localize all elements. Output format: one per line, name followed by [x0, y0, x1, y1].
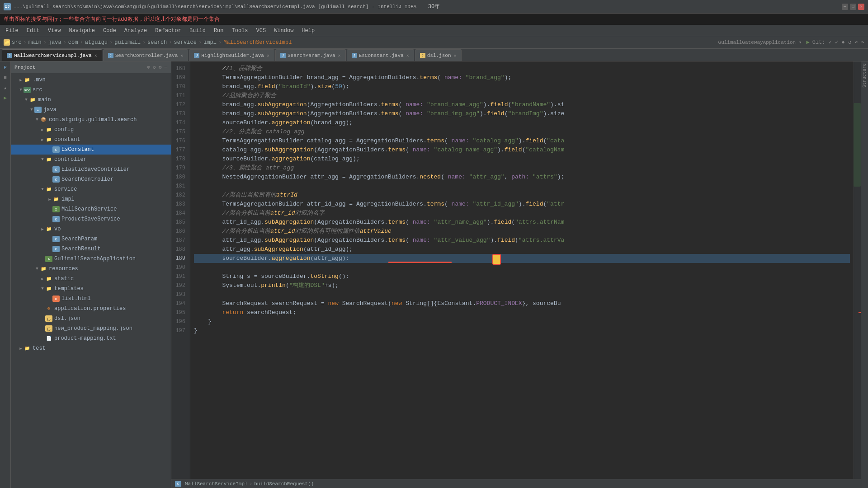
title-text: ...\gulimall-search\src\main\java\com\at… [14, 4, 416, 9]
tree-item-pkg-root[interactable]: ▼ 📦 com.atguigu.gulimall.search [11, 115, 171, 125]
folder-icon: 📁 [45, 276, 52, 282]
tree-item-templates[interactable]: ▼ 📁 templates [11, 284, 171, 294]
tree-item-static[interactable]: ▶ 📁 static [11, 274, 171, 284]
menu-vcs[interactable]: VCS [253, 27, 270, 35]
minimize-button[interactable]: ─ [842, 4, 848, 10]
bc-src[interactable]: src [12, 39, 22, 46]
sidebar-project-icon[interactable]: P [1, 63, 10, 72]
tab-close-2[interactable]: ✕ [267, 53, 269, 58]
code-line-183: TermsAggregationBuilder attr_id_agg = Ag… [194, 200, 850, 209]
menu-build[interactable]: Build [186, 27, 209, 35]
tree-item-npmjson[interactable]: {} new_product_mapping.json [11, 324, 171, 333]
tree-item-listhtml[interactable]: H list.html [11, 294, 171, 304]
menu-refactor[interactable]: Refactor [151, 27, 185, 35]
tree-item-appprops[interactable]: ⚙ application.properties [11, 304, 171, 314]
tree-item-main[interactable]: ▼ 📁 main [11, 95, 171, 105]
bc-service[interactable]: service [174, 39, 197, 46]
right-sidebar-label[interactable]: Structure [862, 63, 867, 88]
menu-window[interactable]: Window [270, 27, 297, 35]
highlight-box [492, 254, 501, 265]
tree-label: ProductSaveService [61, 216, 120, 222]
txt-icon: 📄 [45, 335, 52, 342]
tree-item-searchctrl[interactable]: C SearchController [11, 174, 171, 184]
arrow-icon: ▼ [29, 108, 34, 112]
menu-code[interactable]: Code [99, 27, 120, 35]
tab-close-5[interactable]: ✕ [454, 53, 457, 58]
tab-searchparam[interactable]: J SearchParam.java ✕ [275, 49, 346, 61]
bc-java[interactable]: java [48, 39, 61, 46]
tree-item-mallsearchsvc[interactable]: I MallSearchService [11, 204, 171, 214]
arrow-icon: ▶ [40, 227, 45, 232]
springapp-icon: A [45, 256, 52, 262]
right-gutter[interactable] [854, 61, 861, 479]
panel-icon-collapse[interactable]: — [164, 64, 167, 70]
menu-file[interactable]: File [2, 27, 22, 35]
arrow-icon: ▶ [47, 197, 52, 202]
menu-help[interactable]: Help [298, 27, 318, 35]
tree-item-productsave[interactable]: C ProductSaveService [11, 214, 171, 224]
bc-buildsearch[interactable]: buildSearchRequest() [254, 481, 314, 487]
menu-view[interactable]: View [44, 27, 65, 35]
sidebar-bookmark-icon[interactable]: ★ [1, 83, 10, 92]
bc-gulimall[interactable]: gulimall [114, 39, 141, 46]
tab-close-3[interactable]: ✕ [338, 53, 341, 58]
tab-close-4[interactable]: ✕ [406, 53, 409, 58]
tree-item-searchparam[interactable]: C SearchParam [11, 234, 171, 244]
code-line-171: //品牌聚合的子聚合 [194, 91, 850, 100]
tree-item-esconstant[interactable]: C EsConstant [11, 145, 171, 155]
bc-com[interactable]: com [68, 39, 78, 46]
tab-json-icon: J [420, 53, 425, 58]
tab-close-1[interactable]: ✕ [180, 53, 183, 58]
tab-highlightbuilder[interactable]: J HighlightBuilder.java ✕ [189, 49, 274, 61]
code-area[interactable]: //1、品牌聚合 TermsAggregationBuilder brand_a… [190, 61, 854, 479]
bc-main[interactable]: main [28, 39, 42, 46]
bc-mallsearch[interactable]: MallSearchServiceImpl [223, 39, 292, 46]
tab-searchcontroller[interactable]: J SearchController.java ✕ [103, 49, 189, 61]
panel-icon-settings[interactable]: ⚙ [159, 64, 162, 70]
maximize-button[interactable]: □ [850, 4, 856, 10]
bc-impl[interactable]: impl [203, 39, 217, 46]
close-button[interactable]: ✕ [858, 4, 864, 10]
tab-mallsearchserviceimpl[interactable]: J MallSearchServiceImpl.java ✕ [2, 49, 102, 61]
tree-item-constant[interactable]: ▶ 📁 constant [11, 135, 171, 145]
tree-item-java[interactable]: ▼ ☕ java [11, 105, 171, 115]
tab-dsljson[interactable]: J dsl.json ✕ [415, 49, 462, 61]
tree-item-searchresult[interactable]: C SearchResult [11, 244, 171, 254]
tree-item-controller[interactable]: ▼ 📁 controller [11, 155, 171, 164]
tree-item-resources[interactable]: ▼ 📁 resources [11, 264, 171, 274]
scroll-thumb[interactable] [854, 103, 861, 187]
menu-analyze[interactable]: Analyze [121, 27, 151, 35]
bc-search[interactable]: search [147, 39, 167, 46]
bc-atguigu[interactable]: atguigu [85, 39, 108, 46]
tree-item-vo[interactable]: ▶ 📁 vo [11, 224, 171, 234]
bc-mallsearch-impl[interactable]: MallSearchServiceImpl [185, 481, 248, 487]
tree-item-elasticsave[interactable]: C ElasticSaveController [11, 164, 171, 174]
sidebar-run-icon[interactable]: ▶ [1, 93, 10, 102]
menu-edit[interactable]: Edit [23, 27, 43, 35]
file-tree-panel: Project ⊕ ↺ ⚙ — ▶ 📁 .mvn ▼ src src [11, 61, 171, 488]
run-icon[interactable]: ▶ [806, 39, 809, 46]
tree-item-impl[interactable]: ▶ 📁 impl [11, 194, 171, 204]
sidebar-structure-icon[interactable]: ≡ [1, 73, 10, 82]
tree-item-config[interactable]: ▶ 📁 config [11, 125, 171, 135]
menu-tools[interactable]: Tools [228, 27, 252, 35]
interface-icon: I [52, 206, 60, 212]
tree-item-dsljson[interactable]: {} dsl.json [11, 314, 171, 324]
panel-icon-sync[interactable]: ↺ [153, 64, 156, 70]
tree-item-service[interactable]: ▼ 📁 service [11, 184, 171, 194]
panel-icon-new[interactable]: ⊕ [147, 64, 151, 70]
code-line-187: attr_id_agg.subAggregation(AggregationBu… [194, 236, 850, 245]
tree-item-gulimallapp[interactable]: A GulimallSearchApplication [11, 254, 171, 264]
right-sidebar: Structure [861, 61, 868, 488]
tab-close-0[interactable]: ✕ [94, 53, 97, 58]
menu-run[interactable]: Run [210, 27, 227, 35]
menu-navigate[interactable]: Navigate [65, 27, 99, 35]
git-info: GulimallGatewayApplication ▾ [718, 39, 802, 45]
tree-item-mvn[interactable]: ▶ 📁 .mvn [11, 75, 171, 85]
tree-item-test[interactable]: ▶ 📁 test [11, 343, 171, 353]
tree-label: constant [54, 136, 80, 143]
tree-item-pmtxt[interactable]: 📄 product-mapping.txt [11, 333, 171, 343]
tree-item-src[interactable]: ▼ src src [11, 85, 171, 95]
tab-esconstant[interactable]: J EsConstant.java ✕ [347, 49, 414, 61]
arrow-icon: ▶ [40, 137, 45, 142]
